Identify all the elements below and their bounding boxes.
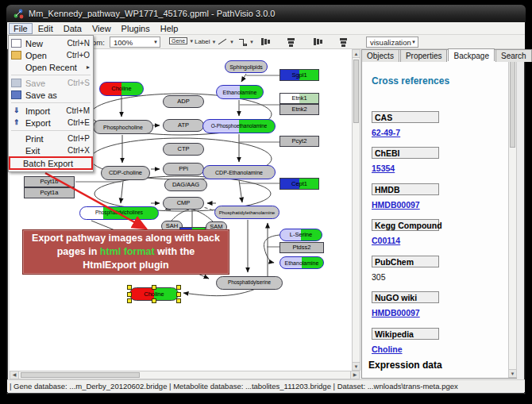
menu-file[interactable]: File [9,23,33,34]
annotation-callout: Export pathway images along with back pa… [22,229,229,275]
chevron-down-icon: ▼ [229,40,234,44]
scrollbar-thumb[interactable] [21,372,140,378]
pathway-node-cdp-ethanolamine[interactable]: CDP-Ethanolamine [202,165,276,179]
align-middle-icon[interactable] [286,37,296,47]
file-menu-item-save[interactable]: SaveCtrl+S [9,77,93,89]
chevron-down-icon: ▼ [411,40,416,44]
backpage-link-kegg-compound[interactable]: C00114 [372,236,400,245]
pathway-node-adp[interactable]: ADP [163,95,204,108]
file-menu-item-export[interactable]: ⇑ExportCtrl+E [9,117,93,129]
file-menu-item-import[interactable]: ⇓ImportCtrl+M [9,105,93,117]
pathway-node-ethanolamine[interactable]: Ethanolamine [279,256,324,269]
pathway-node-cdp-choline[interactable]: CDP-choline [101,166,150,180]
pathway-node-pcyt1b[interactable]: Pcyt1b [24,176,75,187]
scrollbar-thumb[interactable] [353,60,359,123]
pathway-node-cept1[interactable]: Cept1 [279,178,319,190]
backpage-link-hmdb[interactable]: HMDB00097 [372,200,420,210]
menu-help[interactable]: Help [156,23,183,34]
pathway-node-ctp[interactable]: CTP [163,143,204,156]
tab-search[interactable]: Search [495,49,532,62]
pathway-node-atp[interactable]: ATP [163,119,204,132]
scroll-down-icon[interactable]: ▼ [509,369,516,377]
selection-handle[interactable] [176,285,181,290]
file-menu-item-batch-export[interactable]: Batch Export [9,156,93,170]
pathway-node-ptdss2[interactable]: Ptdss2 [279,242,324,253]
gene-tool-button[interactable]: Gene ▼ [169,37,194,44]
pathway-node-cmp[interactable]: CMP [163,197,204,210]
align-center-icon[interactable] [260,37,270,47]
export-icon: ⇑ [11,118,21,127]
pathway-node-choline[interactable]: Choline [129,287,179,301]
pathway-node-o-phosphoethanolamine[interactable]: O-Phosphoethanolamine [202,119,276,133]
new-file-icon [11,39,21,48]
zoom-combobox[interactable]: 100% ▼ [110,37,160,48]
pathway-node-l-serine[interactable]: L-Serine [279,229,322,241]
tab-objects[interactable]: Objects [361,49,399,62]
pathway-node-phosphatidylserine[interactable]: Phosphatidylserine [216,276,283,290]
backpage-header-kegg-compound: Kegg Compound [372,219,439,231]
file-menu-item-save-as[interactable]: Save as [9,89,93,101]
selection-handle[interactable] [127,298,132,303]
distribute-vertical-icon[interactable] [338,37,349,47]
window-title: Mm_Kennedy_pathway_WP1771_45176.gpml - P… [29,9,275,18]
backpage-link-cas[interactable]: 62-49-7 [372,128,400,137]
pathway-node-etnk2[interactable]: Etnk2 [279,104,319,115]
line-icon [217,37,228,47]
menu-edit[interactable]: Edit [33,23,58,34]
file-menu-item-print[interactable]: PrintCtrl+P [9,133,93,144]
menubar: FileEditDataViewPluginsHelp [7,22,525,35]
selection-handle[interactable] [152,285,156,290]
scroll-down-icon[interactable]: ▼ [353,362,360,370]
file-menu: NewCtrl+NOpenCtrl+OOpen Recent▸SaveCtrl+… [8,35,94,172]
label-tool-button[interactable]: Label ▼ [195,38,217,45]
pathway-node-ppi[interactable]: PPi [163,163,204,175]
menu-plugins[interactable]: Plugins [117,23,155,34]
chevron-down-icon: ▼ [212,40,217,44]
backpage-link-chebi[interactable]: 15354 [372,164,395,173]
pathway-node-phosphocholine[interactable]: Phosphocholine [93,120,153,134]
scroll-up-icon[interactable]: ▲ [353,50,360,58]
chevron-down-icon: ▼ [153,40,158,44]
selection-handle[interactable] [127,285,132,290]
distribute-horizontal-icon[interactable] [312,37,322,47]
pathway-node-etnk1[interactable]: Etnk1 [279,93,319,104]
canvas-vertical-scrollbar[interactable]: ▲ ▼ [352,49,360,371]
pathway-node-phosphatidylethanolamine[interactable]: Phosphatidylethanolamine [214,206,279,219]
backpage-value-pubchem: 305 [372,272,386,282]
selection-handle[interactable] [176,292,181,297]
scroll-left-icon[interactable]: ◀ [10,371,19,379]
expression-data-title: Expression data [368,360,442,371]
pathway-node-ethanolamine[interactable]: Ethanolamine [216,85,264,99]
title-bar: Mm_Kennedy_pathway_WP1771_45176.gpml - P… [6,5,526,22]
file-menu-item-open-recent[interactable]: Open Recent▸ [9,61,93,73]
pathway-node-pcyt1a[interactable]: Pcyt1a [24,187,75,198]
pathway-node-dag-aag[interactable]: DAG/AAG [164,179,207,191]
selection-handle[interactable] [152,298,156,303]
panel-vertical-scrollbar[interactable]: ▲ ▼ [508,50,517,378]
pathway-node-pcyt2[interactable]: Pcyt2 [279,136,319,147]
save-as-icon [11,90,21,99]
pathway-node-sphingolipids[interactable]: Sphingolipids [225,60,268,73]
visualization-combobox[interactable]: visualization ▼ [366,37,418,48]
tab-backpage[interactable]: Backpage [448,48,494,61]
pathway-node-phosphatidylcholines[interactable]: Phosphatidylcholines [79,206,159,220]
tab-properties[interactable]: Properties [400,49,448,62]
file-menu-item-new[interactable]: NewCtrl+N [9,37,93,49]
backpage-link-wikipedia[interactable]: Choline [372,344,403,354]
selection-handle[interactable] [176,298,181,303]
pathway-node-choline[interactable]: Choline [99,82,144,96]
selection-handle[interactable] [127,292,132,297]
canvas-horizontal-scrollbar[interactable]: ◀ ▶ [10,371,360,379]
backpage-link-nugo-wiki[interactable]: HMDB00097 [372,308,420,317]
connector-tool-button[interactable]: ▼ [237,37,254,47]
pathway-node-sgpl1[interactable]: Sgpl1 [279,69,319,81]
scrollbar-thumb[interactable] [510,60,515,148]
file-menu-item-exit[interactable]: ExitCtrl+X [9,144,93,156]
menu-view[interactable]: View [87,23,116,34]
file-menu-item-open[interactable]: OpenCtrl+O [9,49,93,61]
menu-data[interactable]: Data [59,23,87,34]
backpage-header-pubchem: PubChem [372,256,439,267]
scroll-right-icon[interactable]: ▶ [350,371,359,379]
backpage-header-cas: CAS [372,111,439,123]
line-tool-button[interactable]: ▼ [217,37,234,47]
